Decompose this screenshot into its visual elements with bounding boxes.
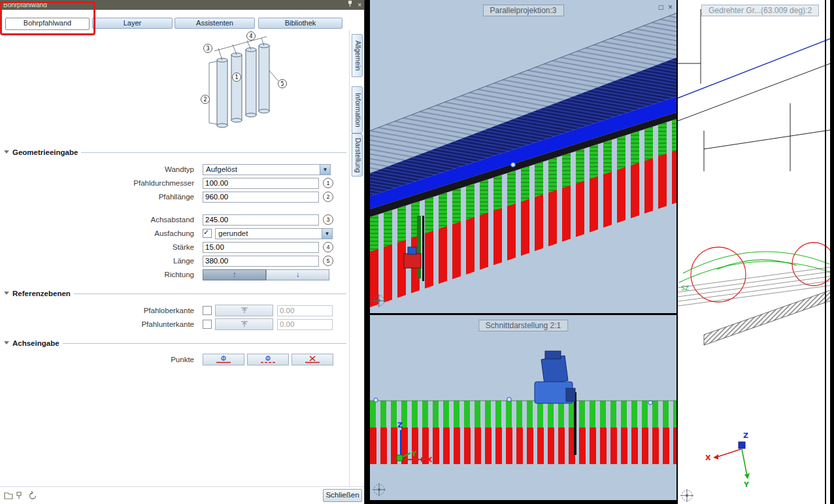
svg-text:1: 1 (235, 75, 238, 80)
row-pfahlunterkante: Pfahlunterkante (0, 318, 353, 330)
row-pfahllaenge: Pfahllänge 2 (0, 191, 353, 203)
collapse-chevron-icon (4, 341, 9, 344)
viewport-title-gedreht[interactable]: Gedrehter Gr...(63.009 deg):2 (701, 5, 819, 16)
close-button[interactable]: Schließen (323, 489, 362, 502)
refresh-icon[interactable] (30, 491, 36, 499)
richtung-down-button[interactable]: ↓ (266, 269, 329, 280)
ref-badge-1: 1 (323, 178, 333, 188)
achsabstand-input[interactable] (203, 214, 319, 226)
row-pfahldurchmesser: Pfahldurchmesser 1 (0, 177, 353, 189)
svg-text:4: 4 (249, 33, 252, 39)
palette-footer: Schließen (0, 486, 364, 504)
svg-text:X: X (705, 454, 711, 462)
plan-wireframe (678, 9, 834, 171)
tab-assistenten[interactable]: Assistenten (175, 18, 255, 29)
chevron-down-icon[interactable]: ▼ (322, 229, 332, 239)
level-up-icon (240, 307, 249, 314)
sz-label: SZ (681, 285, 689, 292)
row-staerke: Stärke 4 (0, 241, 353, 253)
tab-bibliothek[interactable]: Bibliothek (258, 18, 342, 29)
pfahldurchmesser-input[interactable] (203, 178, 319, 189)
close-icon[interactable]: × (668, 3, 673, 11)
ausfachung-dropdown[interactable]: gerundet ▼ (215, 228, 333, 239)
parallel-projection-canvas (370, 0, 676, 313)
wandtyp-label: Wandtyp (0, 165, 203, 173)
section-title: Achseingabe (12, 339, 59, 347)
pfahlunterkante-level-button[interactable] (215, 318, 273, 330)
punkte-delete-button[interactable] (292, 354, 333, 365)
richtung-label: Richtung (0, 271, 203, 278)
achsabstand-label: Achsabstand (0, 216, 203, 224)
railway-hatched-band (704, 289, 834, 345)
section-geometrieeingabe[interactable]: Geometrieeingabe (4, 147, 346, 157)
pfahllaenge-label: Pfahllänge (0, 193, 203, 201)
punkte-label: Punkte (0, 356, 203, 363)
richtung-up-button[interactable]: ↑ (203, 269, 266, 280)
svg-text:X: X (427, 456, 433, 464)
section-view-canvas: Z Y X (370, 315, 676, 500)
side-tab-information[interactable]: Information (352, 86, 363, 133)
section-achseingabe[interactable]: Achseingabe (4, 338, 346, 348)
arrow-down-icon: ↓ (296, 270, 300, 279)
pin-icon[interactable] (347, 0, 353, 10)
node-handle (648, 401, 652, 405)
point-add-icon (215, 356, 232, 364)
bohrpfahlwand-palette: Bohrpfahlwand × Bohrpfahlwand Layer Assi… (0, 0, 365, 504)
palette-titlebar[interactable]: Bohrpfahlwand × (0, 0, 364, 10)
row-ausfachung: Ausfachung gerundet ▼ (0, 227, 353, 239)
point-delete-icon (304, 356, 321, 364)
level-up-icon (240, 320, 249, 328)
side-tab-darstellung[interactable]: Darstellung (352, 133, 363, 176)
pfahlunterkante-input[interactable] (277, 319, 333, 330)
svg-text:Z: Z (397, 421, 403, 429)
origin-compass-icon[interactable] (680, 489, 693, 502)
application-window: Bohrpfahlwand × Bohrpfahlwand Layer Assi… (0, 0, 834, 504)
viewport-parallelprojektion[interactable]: Parallelprojektion:3 □ × (370, 0, 676, 313)
svg-text:2: 2 (203, 97, 207, 103)
svg-text:Y: Y (743, 480, 750, 489)
pfahlunterkante-checkbox[interactable] (203, 320, 212, 329)
section-title: Geometrieeingabe (12, 148, 78, 156)
punkte-insert-button[interactable] (247, 354, 289, 365)
pfahllaenge-input[interactable] (203, 192, 319, 203)
viewport-window-controls: □ × (659, 3, 673, 11)
side-tab-allgemein[interactable]: Allgemein (352, 34, 363, 77)
viewport-schnittdarstellung[interactable]: Z Y X Schnittdarstellung 2:1 (370, 315, 676, 500)
punkte-add-button[interactable] (203, 354, 244, 365)
chevron-down-icon[interactable]: ▼ (320, 165, 330, 175)
staerke-input[interactable] (203, 242, 319, 253)
ref-badge-5: 5 (323, 256, 333, 266)
pfahloberkante-level-button[interactable] (215, 305, 273, 316)
arrow-up-icon: ↑ (233, 270, 237, 279)
node-handle (507, 397, 511, 401)
folder-icon[interactable] (5, 493, 12, 499)
wandtyp-value: Aufgelöst (203, 165, 320, 175)
tab-bohrpfahlwand[interactable]: Bohrpfahlwand (5, 18, 90, 30)
ausfachung-label: Ausfachung (0, 229, 203, 237)
svg-text:5: 5 (280, 81, 284, 87)
maximize-icon[interactable]: □ (659, 3, 663, 11)
viewport-gedrehter-grundriss[interactable]: SZ Z X Y (678, 0, 834, 504)
node-handle (511, 163, 516, 167)
collapse-chevron-icon (4, 292, 9, 295)
section-referenzebenen[interactable]: Referenzebenen (4, 288, 346, 298)
svg-text:Y: Y (411, 450, 417, 458)
viewport-title-parallel[interactable]: Parallelprojektion:3 (482, 5, 563, 16)
pile-row-red (370, 428, 676, 464)
origin-compass-icon[interactable] (373, 483, 386, 496)
pile-row-green (370, 401, 676, 428)
diagram-ref-badges: 3 4 1 5 2 (201, 32, 287, 104)
row-richtung: Richtung ↑ ↓ (0, 269, 353, 280)
viewport-title-schnitt[interactable]: Schnittdarstellung 2:1 (478, 320, 568, 331)
staerke-label: Stärke (0, 243, 203, 251)
wandtyp-dropdown[interactable]: Aufgelöst ▼ (203, 164, 331, 175)
pile-diagram: 3 4 1 5 2 (196, 31, 301, 137)
pin-icon[interactable] (17, 492, 21, 499)
tab-layer[interactable]: Layer (92, 18, 173, 29)
palette-tabs: Bohrpfahlwand Layer Assistenten Biblioth… (0, 18, 353, 29)
pfahloberkante-checkbox[interactable] (203, 306, 212, 315)
laenge-input[interactable] (203, 256, 319, 267)
close-icon[interactable]: × (358, 0, 361, 10)
ausfachung-checkbox[interactable] (203, 229, 212, 238)
pfahloberkante-input[interactable] (277, 305, 333, 316)
